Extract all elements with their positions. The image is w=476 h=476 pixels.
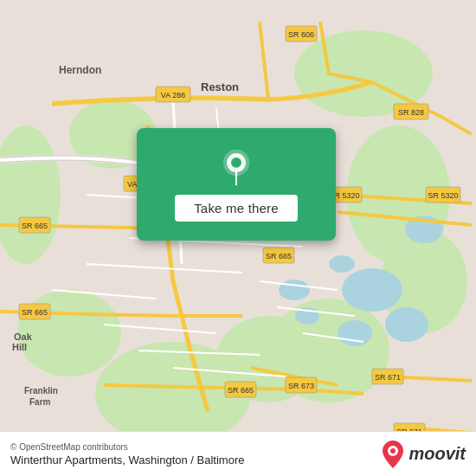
moovit-pin-icon bbox=[381, 439, 405, 470]
svg-text:Reston: Reston bbox=[201, 80, 239, 93]
svg-point-13 bbox=[329, 255, 355, 273]
svg-point-10 bbox=[342, 268, 402, 312]
svg-text:SR 5320: SR 5320 bbox=[428, 191, 458, 200]
svg-text:SR 665: SR 665 bbox=[266, 252, 292, 261]
location-card: Take me there bbox=[137, 128, 336, 241]
svg-text:SR 665: SR 665 bbox=[22, 308, 48, 317]
svg-point-51 bbox=[231, 158, 241, 168]
moovit-logo: moovit bbox=[381, 439, 466, 470]
map-pin-icon bbox=[217, 148, 255, 186]
svg-text:VA 286: VA 286 bbox=[161, 91, 185, 100]
take-me-there-button[interactable]: Take me there bbox=[175, 195, 298, 222]
location-title: Winterthur Apartments, Washington / Balt… bbox=[10, 453, 244, 466]
svg-point-53 bbox=[390, 448, 396, 453]
svg-text:SR 828: SR 828 bbox=[398, 108, 424, 117]
svg-point-11 bbox=[385, 307, 428, 342]
svg-point-14 bbox=[279, 280, 310, 300]
svg-text:SR 606: SR 606 bbox=[288, 30, 314, 39]
svg-text:Oak: Oak bbox=[14, 331, 33, 342]
svg-point-6 bbox=[17, 290, 121, 376]
map-container: SR 606 VA 286 SR 828 SR 5320 SR 5320 SR … bbox=[0, 0, 476, 476]
bottom-left-info: © OpenStreetMap contributors Winterthur … bbox=[10, 442, 244, 466]
bottom-bar: © OpenStreetMap contributors Winterthur … bbox=[0, 431, 476, 476]
svg-point-12 bbox=[338, 320, 372, 346]
svg-text:Farm: Farm bbox=[29, 397, 51, 407]
svg-text:Franklin: Franklin bbox=[24, 386, 58, 396]
moovit-brand-text: moovit bbox=[408, 444, 466, 464]
svg-text:Hill: Hill bbox=[12, 342, 27, 352]
svg-text:SR 673: SR 673 bbox=[288, 382, 314, 390]
svg-text:SR 665: SR 665 bbox=[22, 222, 48, 230]
osm-attribution: © OpenStreetMap contributors bbox=[10, 442, 244, 452]
svg-text:SR 665: SR 665 bbox=[228, 386, 254, 395]
svg-text:SR 671: SR 671 bbox=[375, 373, 401, 382]
svg-text:Herndon: Herndon bbox=[59, 64, 101, 76]
